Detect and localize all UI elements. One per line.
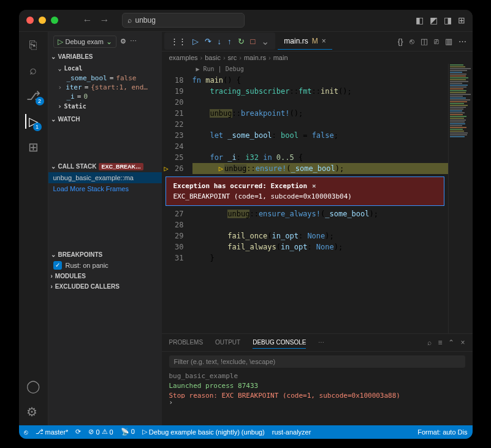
modules-section[interactable]: ›MODULES [48,271,162,281]
diff-icon[interactable]: ⎚ [434,37,439,46]
branch-button[interactable]: ⎇ master* [36,428,69,436]
breakpoint-item[interactable]: ✓ Rust: on panic [48,260,162,271]
debug-activity[interactable]: ▷1 [25,114,38,129]
variable-row[interactable]: _i = 0 [58,92,162,101]
code-line[interactable]: unbug::breakpoint!(); [192,108,448,119]
code-line[interactable]: fail_once(in_opt: None); [192,230,448,241]
code-line[interactable] [192,97,448,108]
step-into-button[interactable]: ↓ [218,37,222,46]
list-icon[interactable]: ≡ [438,338,442,347]
variables-section[interactable]: ⌄VARIABLES [48,51,162,62]
minimize-window[interactable] [39,17,46,24]
close-tab-icon[interactable]: × [322,37,326,45]
console-input[interactable]: › [162,398,473,425]
more-icon[interactable]: ⋯ [459,37,466,46]
extensions-activity[interactable]: ⊞ [28,140,39,154]
variable-row[interactable]: ›iter = {start:1, end… [58,83,162,92]
console-line: bug_basic_example [169,371,465,381]
chevron-down-icon[interactable]: ⌄ [261,36,269,47]
breadcrumb-item[interactable]: src [228,54,237,61]
code-line[interactable]: fn main() { [192,75,448,86]
minimap[interactable] [448,64,473,333]
close-icon[interactable]: × [312,182,316,190]
code-line[interactable]: for _i: i32 in 0..5 { [192,152,448,163]
code-line[interactable]: unbug::ensure_always!(_some_bool); [192,208,448,219]
load-more-frames[interactable]: Load More Stack Frames [48,183,162,194]
drag-handle-icon[interactable]: ⋮⋮ [170,37,186,46]
step-over-button[interactable]: ↷ [205,37,211,46]
console-filter[interactable]: Filter (e.g. text, !exclude, \escape) [169,355,465,368]
variable-row[interactable]: _some_bool = false [58,74,162,83]
modified-indicator: M [312,37,318,45]
code-line[interactable]: } [192,252,448,264]
scm-activity[interactable]: ⎇2 [26,88,40,103]
code-line[interactable] [192,141,448,152]
maximize-window[interactable] [51,17,58,24]
account-icon[interactable]: ◯ [26,379,40,393]
close-panel-icon[interactable]: × [460,338,465,347]
remote-button[interactable]: ⎋ [24,428,28,436]
code-line[interactable]: let _some_bool: bool = false; [192,130,448,141]
editor-tab[interactable]: main.rs M × [278,33,332,50]
code-line[interactable]: fail_always(in_opt: None); [192,241,448,252]
breakpoints-section[interactable]: ⌄BREAKPOINTS [48,249,162,260]
start-debug-button[interactable]: ▷ Debug exam ⌄ [53,36,116,48]
split-icon[interactable]: ◫ [421,37,428,46]
debug-status[interactable]: ▷ Debug example basic (nightly) (unbug) [142,428,265,436]
output-tab[interactable]: OUTPUT [215,336,240,348]
debug-console-tab[interactable]: DEBUG CONSOLE [253,336,306,349]
layout-panel-icon[interactable]: ◩ [430,15,438,25]
code-line[interactable] [192,219,448,230]
code-line[interactable] [192,119,448,130]
codelens[interactable]: ▶ Run | Debug [192,64,448,75]
checkbox-icon[interactable]: ✓ [53,261,62,270]
bracket-icon[interactable]: {} [398,37,403,46]
stop-button[interactable]: □ [251,37,256,46]
timeline-icon[interactable]: ⎋ [409,37,414,46]
stack-frame[interactable]: unbug_basic_example::ma [48,172,162,183]
breadcrumb-item[interactable]: basic [205,54,221,61]
explorer-activity[interactable]: ⎘ [29,38,37,52]
continue-button[interactable]: ▷ [192,37,199,46]
layout-right-icon[interactable]: ◨ [444,15,452,25]
exception-banner: Exception has occurred: Exception × EXC_… [166,177,444,206]
local-scope[interactable]: ⌄Local [58,63,162,74]
debug-toolbar: ⋮⋮ ▷ ↷ ↓ ↑ ↻ □ ⌄ [164,32,276,50]
breadcrumb-item[interactable]: examples [169,54,198,61]
breadcrumb-item[interactable]: main [273,54,288,61]
settings-icon[interactable]: ⚙ [26,404,40,419]
excluded-section[interactable]: ›EXCLUDED CALLERS [48,281,162,292]
layout-grid-icon[interactable]: ⊞ [458,15,465,25]
gear-icon[interactable]: ⚙ [120,37,126,45]
exception-badge: EXC_BREAK… [99,163,143,170]
more-icon[interactable]: ⋯ [130,37,137,45]
step-out-button[interactable]: ↑ [227,37,232,46]
search-activity[interactable]: ⌕ [29,63,37,77]
format-status[interactable]: Format: auto Dis [417,428,467,436]
nav-back[interactable]: ← [83,15,93,26]
breadcrumb[interactable]: examples›basic›src›main.rs›main [162,51,473,64]
nav-forward[interactable]: → [100,15,110,26]
problems-tab[interactable]: PROBLEMS [169,336,204,348]
layout-icon[interactable]: ▥ [445,37,452,46]
exception-body: EXC_BREAKPOINT (code=1, subcode=0x100003… [173,192,436,200]
breadcrumb-item[interactable]: main.rs [244,54,266,61]
errors-button[interactable]: ⊘ 0 ⚠ 0 [88,428,113,436]
code-line[interactable]: tracing_subscriber::fmt::init(); [192,86,448,97]
more-icon[interactable]: ⋯ [318,339,324,346]
filter-icon[interactable]: ⌕ [427,338,432,347]
code-line[interactable]: ▷unbug::ensure!(_some_bool); [192,163,448,174]
watch-section[interactable]: ⌄WATCH [48,114,162,124]
scm-badge: 2 [36,97,44,105]
static-scope[interactable]: ›Static [58,101,162,112]
close-window[interactable] [26,17,34,24]
sync-button[interactable]: ⟳ [75,428,81,436]
chevron-down-icon: ⌄ [106,37,112,46]
command-search[interactable]: ⌕ unbug [122,13,245,28]
restart-button[interactable]: ↻ [238,37,245,46]
lsp-status[interactable]: rust-analyzer [272,428,311,436]
callstack-section[interactable]: ⌄CALL STACK EXC_BREAK… [48,161,162,172]
collapse-icon[interactable]: ⌃ [448,338,454,347]
layout-sidebar-icon[interactable]: ◧ [416,15,424,25]
radio-icon[interactable]: 📡 0 [121,428,135,436]
